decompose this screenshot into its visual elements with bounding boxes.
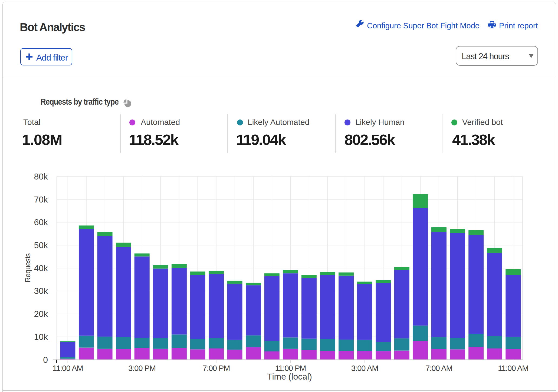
svg-text:0: 0 (43, 355, 48, 365)
svg-text:80k: 80k (34, 172, 48, 181)
svg-text:7:00 AM: 7:00 AM (425, 364, 452, 373)
svg-text:3:00 AM: 3:00 AM (351, 364, 378, 373)
svg-text:7:00 PM: 7:00 PM (203, 364, 230, 373)
svg-text:60k: 60k (34, 217, 48, 227)
svg-text:70k: 70k (34, 195, 48, 204)
svg-text:50k: 50k (34, 240, 48, 250)
svg-text:11:00 PM: 11:00 PM (275, 364, 306, 373)
svg-text:Requests: Requests (24, 253, 32, 283)
svg-text:30k: 30k (34, 286, 48, 296)
svg-text:Time (local): Time (local) (267, 372, 312, 381)
svg-text:3:00 PM: 3:00 PM (128, 364, 156, 373)
svg-text:11:00 AM: 11:00 AM (498, 364, 528, 373)
svg-text:20k: 20k (34, 309, 48, 319)
svg-text:11:00 AM: 11:00 AM (52, 364, 83, 373)
svg-text:40k: 40k (34, 263, 48, 273)
svg-text:10k: 10k (34, 332, 48, 342)
